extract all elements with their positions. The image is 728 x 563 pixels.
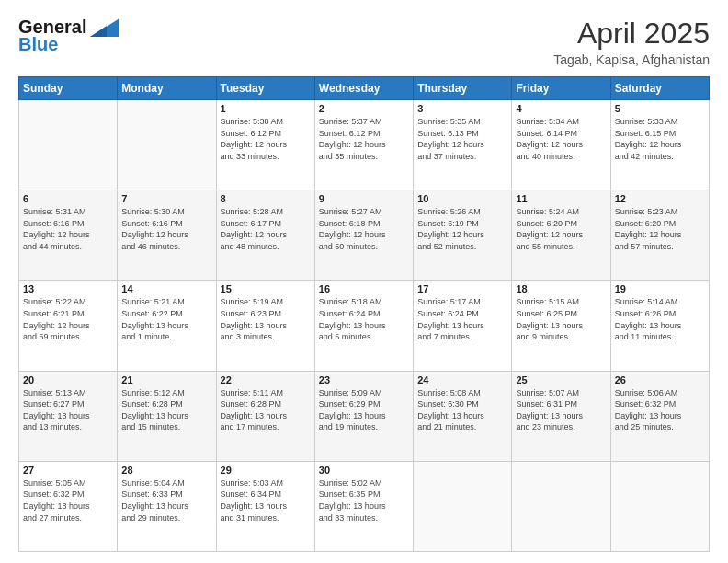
day-info: Sunrise: 5:11 AM Sunset: 6:28 PM Dayligh…: [221, 387, 311, 433]
calendar-week-row: 27Sunrise: 5:05 AM Sunset: 6:32 PM Dayli…: [19, 461, 710, 551]
day-number: 28: [121, 465, 211, 476]
day-number: 5: [615, 103, 705, 114]
day-number: 4: [516, 103, 606, 114]
calendar-cell: 4Sunrise: 5:34 AM Sunset: 6:14 PM Daylig…: [512, 100, 610, 190]
calendar-table: SundayMondayTuesdayWednesdayThursdayFrid…: [18, 76, 710, 552]
calendar-week-row: 13Sunrise: 5:22 AM Sunset: 6:21 PM Dayli…: [19, 281, 710, 371]
day-number: 17: [417, 283, 507, 294]
calendar-cell: 21Sunrise: 5:12 AM Sunset: 6:28 PM Dayli…: [118, 371, 216, 461]
day-info: Sunrise: 5:30 AM Sunset: 6:16 PM Dayligh…: [121, 206, 211, 252]
day-info: Sunrise: 5:34 AM Sunset: 6:14 PM Dayligh…: [516, 116, 606, 162]
day-number: 10: [417, 193, 507, 204]
calendar-cell: 9Sunrise: 5:27 AM Sunset: 6:18 PM Daylig…: [314, 190, 413, 281]
day-number: 22: [221, 374, 311, 385]
calendar-cell: 13Sunrise: 5:22 AM Sunset: 6:21 PM Dayli…: [19, 281, 118, 371]
day-header-tuesday: Tuesday: [216, 77, 314, 100]
logo: General Blue: [18, 17, 119, 55]
day-info: Sunrise: 5:26 AM Sunset: 6:19 PM Dayligh…: [417, 206, 507, 252]
day-number: 14: [121, 283, 211, 294]
day-number: 20: [23, 374, 113, 385]
day-number: 30: [319, 465, 409, 476]
day-number: 25: [516, 374, 606, 385]
day-info: Sunrise: 5:18 AM Sunset: 6:24 PM Dayligh…: [319, 296, 409, 342]
day-header-monday: Monday: [118, 77, 216, 100]
calendar-cell: 15Sunrise: 5:19 AM Sunset: 6:23 PM Dayli…: [216, 281, 314, 371]
calendar-cell: 16Sunrise: 5:18 AM Sunset: 6:24 PM Dayli…: [314, 281, 413, 371]
day-info: Sunrise: 5:06 AM Sunset: 6:32 PM Dayligh…: [615, 387, 705, 433]
calendar-cell: 27Sunrise: 5:05 AM Sunset: 6:32 PM Dayli…: [19, 461, 118, 551]
day-info: Sunrise: 5:04 AM Sunset: 6:33 PM Dayligh…: [121, 477, 211, 523]
day-number: 12: [615, 193, 705, 204]
calendar-cell: 20Sunrise: 5:13 AM Sunset: 6:27 PM Dayli…: [19, 371, 118, 461]
day-info: Sunrise: 5:23 AM Sunset: 6:20 PM Dayligh…: [615, 206, 705, 252]
day-info: Sunrise: 5:22 AM Sunset: 6:21 PM Dayligh…: [23, 296, 113, 342]
day-header-saturday: Saturday: [610, 77, 709, 100]
calendar-cell: 22Sunrise: 5:11 AM Sunset: 6:28 PM Dayli…: [216, 371, 314, 461]
calendar-cell: 18Sunrise: 5:15 AM Sunset: 6:25 PM Dayli…: [512, 281, 610, 371]
day-number: 21: [121, 374, 211, 385]
day-number: 19: [615, 283, 705, 294]
calendar-header-row: SundayMondayTuesdayWednesdayThursdayFrid…: [19, 77, 710, 100]
day-number: 27: [23, 465, 113, 476]
calendar-cell: [19, 100, 118, 190]
calendar-cell: [414, 461, 512, 551]
day-info: Sunrise: 5:37 AM Sunset: 6:12 PM Dayligh…: [319, 116, 409, 162]
calendar-cell: 6Sunrise: 5:31 AM Sunset: 6:16 PM Daylig…: [19, 190, 118, 281]
calendar-cell: 3Sunrise: 5:35 AM Sunset: 6:13 PM Daylig…: [414, 100, 512, 190]
header: General Blue April 2025 Tagab, Kapisa, A…: [18, 17, 710, 67]
day-number: 11: [516, 193, 606, 204]
day-info: Sunrise: 5:38 AM Sunset: 6:12 PM Dayligh…: [221, 116, 311, 162]
location: Tagab, Kapisa, Afghanistan: [553, 52, 710, 67]
day-header-thursday: Thursday: [414, 77, 512, 100]
day-info: Sunrise: 5:21 AM Sunset: 6:22 PM Dayligh…: [121, 296, 211, 342]
day-info: Sunrise: 5:08 AM Sunset: 6:30 PM Dayligh…: [417, 387, 507, 433]
calendar-cell: 7Sunrise: 5:30 AM Sunset: 6:16 PM Daylig…: [118, 190, 216, 281]
calendar-cell: 24Sunrise: 5:08 AM Sunset: 6:30 PM Dayli…: [414, 371, 512, 461]
calendar-cell: [610, 461, 709, 551]
day-number: 26: [615, 374, 705, 385]
header-right: April 2025 Tagab, Kapisa, Afghanistan: [553, 17, 710, 67]
calendar-week-row: 20Sunrise: 5:13 AM Sunset: 6:27 PM Dayli…: [19, 371, 710, 461]
logo-icon: [90, 18, 119, 37]
logo-blue-text: Blue: [18, 34, 58, 55]
calendar-cell: 19Sunrise: 5:14 AM Sunset: 6:26 PM Dayli…: [610, 281, 709, 371]
day-info: Sunrise: 5:27 AM Sunset: 6:18 PM Dayligh…: [319, 206, 409, 252]
day-header-friday: Friday: [512, 77, 610, 100]
calendar-cell: 2Sunrise: 5:37 AM Sunset: 6:12 PM Daylig…: [314, 100, 413, 190]
day-info: Sunrise: 5:12 AM Sunset: 6:28 PM Dayligh…: [121, 387, 211, 433]
calendar-cell: [512, 461, 610, 551]
day-info: Sunrise: 5:02 AM Sunset: 6:35 PM Dayligh…: [319, 477, 409, 523]
day-number: 7: [121, 193, 211, 204]
day-number: 24: [417, 374, 507, 385]
day-info: Sunrise: 5:24 AM Sunset: 6:20 PM Dayligh…: [516, 206, 606, 252]
day-number: 15: [221, 283, 311, 294]
page: General Blue April 2025 Tagab, Kapisa, A…: [0, 0, 728, 563]
day-number: 9: [319, 193, 409, 204]
calendar-cell: 12Sunrise: 5:23 AM Sunset: 6:20 PM Dayli…: [610, 190, 709, 281]
calendar-cell: 10Sunrise: 5:26 AM Sunset: 6:19 PM Dayli…: [414, 190, 512, 281]
day-number: 23: [319, 374, 409, 385]
calendar-cell: 11Sunrise: 5:24 AM Sunset: 6:20 PM Dayli…: [512, 190, 610, 281]
calendar-week-row: 1Sunrise: 5:38 AM Sunset: 6:12 PM Daylig…: [19, 100, 710, 190]
calendar-cell: 8Sunrise: 5:28 AM Sunset: 6:17 PM Daylig…: [216, 190, 314, 281]
month-title: April 2025: [553, 17, 710, 51]
day-header-wednesday: Wednesday: [314, 77, 413, 100]
calendar-cell: 28Sunrise: 5:04 AM Sunset: 6:33 PM Dayli…: [118, 461, 216, 551]
day-info: Sunrise: 5:13 AM Sunset: 6:27 PM Dayligh…: [23, 387, 113, 433]
calendar-cell: 23Sunrise: 5:09 AM Sunset: 6:29 PM Dayli…: [314, 371, 413, 461]
day-info: Sunrise: 5:35 AM Sunset: 6:13 PM Dayligh…: [417, 116, 507, 162]
day-info: Sunrise: 5:09 AM Sunset: 6:29 PM Dayligh…: [319, 387, 409, 433]
day-number: 8: [221, 193, 311, 204]
calendar-cell: 29Sunrise: 5:03 AM Sunset: 6:34 PM Dayli…: [216, 461, 314, 551]
day-info: Sunrise: 5:33 AM Sunset: 6:15 PM Dayligh…: [615, 116, 705, 162]
day-number: 18: [516, 283, 606, 294]
day-header-sunday: Sunday: [19, 77, 118, 100]
day-number: 3: [417, 103, 507, 114]
day-info: Sunrise: 5:28 AM Sunset: 6:17 PM Dayligh…: [221, 206, 311, 252]
calendar-cell: 30Sunrise: 5:02 AM Sunset: 6:35 PM Dayli…: [314, 461, 413, 551]
calendar-cell: [118, 100, 216, 190]
day-info: Sunrise: 5:03 AM Sunset: 6:34 PM Dayligh…: [221, 477, 311, 523]
calendar-cell: 14Sunrise: 5:21 AM Sunset: 6:22 PM Dayli…: [118, 281, 216, 371]
day-number: 29: [221, 465, 311, 476]
day-number: 2: [319, 103, 409, 114]
